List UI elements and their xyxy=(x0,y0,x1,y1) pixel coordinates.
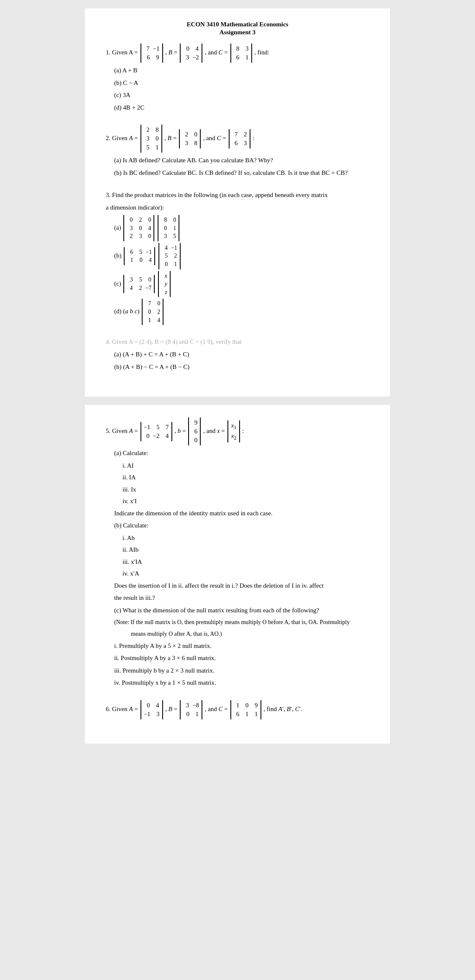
q2-label: 2. Given A = xyxy=(106,135,140,141)
q6-comma1: , B = xyxy=(165,706,179,712)
page-1: ECON 3410 Mathematical Economics Assignm… xyxy=(85,8,390,397)
question-2: 2. Given A = 28 30 51 , B = 20 38 , and … xyxy=(106,125,369,178)
question-4: 4. Given A = (2 4), B = (8 4) and C = (1… xyxy=(106,337,369,372)
q5-colon: : xyxy=(242,427,244,434)
q5-insertion2: the result in iii.? xyxy=(114,593,369,604)
q5-a-iii: iii. Ix xyxy=(123,484,369,495)
q3c-label: (c) xyxy=(114,280,123,287)
q3c-mat2: x y z xyxy=(157,271,171,297)
q2-matrix-b: 20 38 xyxy=(178,129,202,148)
q5-line: 5. Given A = −157 0−24 , b = 9 6 0 , and… xyxy=(106,417,369,445)
q1-matrix-a: 7−1 69 xyxy=(140,43,164,63)
q3-line2: a dimension indicator): xyxy=(106,202,369,212)
q3b-label: (b) xyxy=(114,252,123,259)
q5-comma2: , and x = xyxy=(203,427,227,434)
q1-part-d: (d) 4B + 2C xyxy=(114,102,369,113)
q3c-mat1: 350 42−7 xyxy=(123,275,156,293)
q5-insertion1: Does the insertion of I in ii. affect th… xyxy=(114,581,369,591)
q3-part-a: (a) 020 304 230 80 01 35 xyxy=(114,215,369,241)
q3-line1: 3. Find the product matrices in the foll… xyxy=(106,190,369,200)
q5-vector-x: x1 x2 xyxy=(227,420,241,443)
page-title: ECON 3410 Mathematical Economics xyxy=(106,21,369,28)
q2-comma2: , and C = xyxy=(203,135,228,141)
q4-part-a: (a) (A + B) + C = A + (B + C) xyxy=(114,349,369,360)
q6-matrix-a: 04 −13 xyxy=(140,700,164,719)
q4-part-b: (b) (A + B) − C = A + (B − C) xyxy=(114,362,369,373)
q3d-mat: 70 02 14 xyxy=(141,299,164,325)
q5-comma1: , b = xyxy=(174,427,187,434)
q1-matrix-b: 04 3−2 xyxy=(179,43,203,63)
q1-find: , find: xyxy=(254,49,269,56)
q2-part-b: (b) Is BC defined? Calculate BC. Is CB d… xyxy=(114,168,369,179)
q5-c-ii: ii. Postmultiply A by a 3 × 6 null matri… xyxy=(114,653,369,664)
q5-a-ii: ii. IA xyxy=(123,472,369,483)
q1-comma1: , B = xyxy=(165,49,179,56)
q1-part-b: (b) C − A xyxy=(114,78,369,89)
q6-label: 6. Given A = xyxy=(106,706,140,712)
q1-line: 1. Given A = 7−1 69 , B = 04 3−2 , and C… xyxy=(106,43,369,63)
q6-line: 6. Given A = 04 −13 , B = 3−8 01 , and C… xyxy=(106,700,369,719)
q5-c-iii: iii. Premultiply b by a 2 × 3 null matri… xyxy=(114,665,369,676)
question-6: 6. Given A = 04 −13 , B = 3−8 01 , and C… xyxy=(106,700,369,719)
q6-end: , find A′, B′, C′. xyxy=(263,706,302,712)
question-3: 3. Find the product matrices in the foll… xyxy=(106,190,369,325)
q3a-label: (a) xyxy=(114,224,123,231)
q5-note1: (Note: If the null matrix is O, then pre… xyxy=(114,617,369,627)
q6-matrix-b: 3−8 01 xyxy=(179,700,203,719)
q5-part-c-label: (c) What is the dimension of the null ma… xyxy=(114,605,369,616)
q2-matrix-c: 72 63 xyxy=(228,129,251,148)
question-5: 5. Given A = −157 0−24 , b = 9 6 0 , and… xyxy=(106,417,369,688)
q1-part-c: (c) 3A xyxy=(114,90,369,101)
q3a-mat2: 80 01 35 xyxy=(157,215,180,241)
q3d-label: (d) (a b c) xyxy=(114,308,139,315)
q5-b-i: i. Ab xyxy=(123,533,369,544)
q6-matrix-c: 109 611 xyxy=(230,700,262,719)
q3-part-c: (c) 350 42−7 x y z xyxy=(114,271,369,297)
question-1: 1. Given A = 7−1 69 , B = 04 3−2 , and C… xyxy=(106,43,369,113)
q5-part-b-label: (b) Calculate: xyxy=(114,520,369,531)
q3a-mat1: 020 304 230 xyxy=(123,215,155,241)
page-subtitle: Assignment 3 xyxy=(106,29,369,36)
q5-b-iv: iv. x′A xyxy=(123,568,369,579)
q5-b-iii: iii. x′IA xyxy=(123,557,369,568)
q1-comma2: , and C = xyxy=(205,49,230,56)
q5-a-iv: iv. x′I xyxy=(123,496,369,507)
q3b-mat1: 65−1 104 xyxy=(123,247,156,265)
q2-colon: : xyxy=(253,135,254,141)
q5-c-i: i. Premultiply A by a 5 × 2 null matrix. xyxy=(114,641,369,652)
q3b-mat2: 4−1 52 01 xyxy=(158,243,181,269)
q6-comma2: , and C = xyxy=(205,706,230,712)
q1-part-a: (a) A + B xyxy=(114,65,369,76)
q1-label: 1. Given A = xyxy=(106,49,138,56)
q5-note2: means multiply O after A, that is, AO.) xyxy=(131,629,369,639)
q4-blurred: 4. Given A = (2 4), B = (8 4) and C = (1… xyxy=(106,337,369,347)
q5-part-a-label: (a) Calculate: xyxy=(114,448,369,459)
q2-comma1: , B = xyxy=(164,135,178,141)
q5-matrix-a: −157 0−24 xyxy=(140,422,173,441)
q5-vector-b: 9 6 0 xyxy=(187,417,202,445)
q2-line: 2. Given A = 28 30 51 , B = 20 38 , and … xyxy=(106,125,369,153)
q1-matrix-c: 83 61 xyxy=(230,43,253,63)
q2-matrix-a: 28 30 51 xyxy=(140,125,163,153)
q2-part-a: (a) Is AB defined? Calculate AB. Can you… xyxy=(114,155,369,166)
q5-a-i: i. AI xyxy=(123,461,369,471)
q5-label: 5. Given A = xyxy=(106,427,140,434)
page-2: 5. Given A = −157 0−24 , b = 9 6 0 , and… xyxy=(85,405,390,744)
q3-part-b: (b) 65−1 104 4−1 52 01 xyxy=(114,243,369,269)
q5-indicate: Indicate the dimension of the identity m… xyxy=(114,508,369,519)
q3-part-d: (d) (a b c) 70 02 14 xyxy=(114,299,369,325)
q5-c-iv: iv. Postmultiply x by a 1 × 5 null matri… xyxy=(114,678,369,688)
q5-b-ii: ii. AIb xyxy=(123,545,369,555)
